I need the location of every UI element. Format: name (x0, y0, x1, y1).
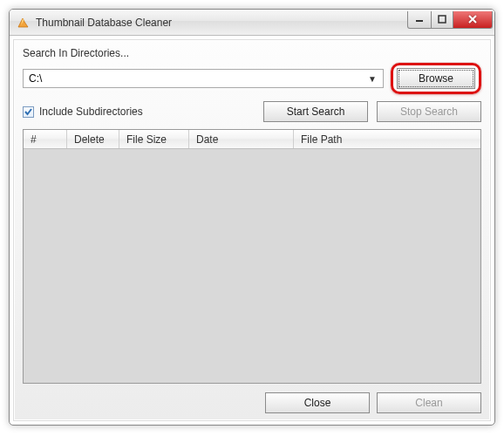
close-button[interactable]: Close (265, 392, 370, 413)
window-title: Thumbnail Database Cleaner (36, 17, 408, 29)
svg-rect-1 (439, 16, 446, 23)
col-delete[interactable]: Delete (67, 130, 119, 148)
app-icon (17, 16, 31, 30)
start-search-button[interactable]: Start Search (263, 101, 368, 122)
include-subdirs-checkbox[interactable]: Include Subdirectories (23, 106, 255, 118)
path-row: C:\ ▼ Browse (23, 63, 481, 94)
table-body (24, 149, 480, 383)
chevron-down-icon: ▼ (365, 74, 379, 84)
col-filepath[interactable]: File Path (294, 130, 480, 148)
include-subdirs-label: Include Subdirectories (39, 106, 143, 118)
directory-combo[interactable]: C:\ ▼ (23, 69, 384, 88)
app-window: Thumbnail Database Cleaner Search In Dir… (9, 9, 495, 426)
maximize-button[interactable] (431, 11, 453, 29)
footer-row: Close Clean (23, 392, 481, 413)
stop-search-button[interactable]: Stop Search (377, 101, 481, 122)
options-row: Include Subdirectories Start Search Stop… (23, 101, 481, 122)
browse-button[interactable]: Browse (397, 68, 475, 89)
browse-highlight: Browse (391, 63, 481, 94)
col-filesize[interactable]: File Size (119, 130, 189, 148)
checkbox-box (23, 106, 34, 118)
table-header: # Delete File Size Date File Path (24, 130, 480, 149)
search-section-label: Search In Directories... (23, 47, 481, 59)
svg-rect-0 (416, 20, 423, 22)
directory-combo-value: C:\ (29, 72, 365, 85)
titlebar: Thumbnail Database Cleaner (10, 10, 494, 36)
results-table: # Delete File Size Date File Path (23, 129, 481, 384)
close-window-button[interactable] (453, 11, 493, 29)
col-index[interactable]: # (24, 130, 67, 148)
client-area: Search In Directories... C:\ ▼ Browse In… (13, 39, 491, 421)
minimize-button[interactable] (407, 11, 432, 29)
clean-button[interactable]: Clean (377, 392, 481, 413)
window-controls (408, 11, 493, 29)
col-date[interactable]: Date (189, 130, 294, 148)
